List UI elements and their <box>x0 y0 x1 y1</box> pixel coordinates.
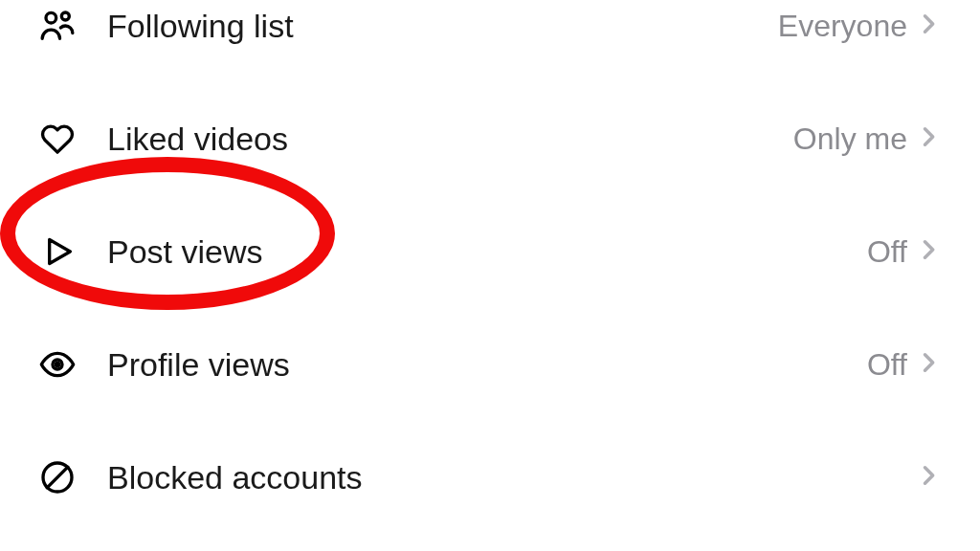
svg-point-1 <box>61 12 69 20</box>
row-following-list[interactable]: Following list Everyone <box>38 0 942 82</box>
row-value: Off <box>867 347 907 383</box>
row-label: Liked videos <box>107 121 793 158</box>
row-label: Following list <box>107 8 778 45</box>
eye-icon <box>38 345 107 384</box>
svg-point-0 <box>46 12 56 23</box>
people-icon <box>38 7 107 45</box>
settings-list: Following list Everyone Liked videos Onl… <box>0 0 980 534</box>
chevron-right-icon <box>915 11 942 41</box>
svg-line-5 <box>47 467 68 488</box>
row-liked-videos[interactable]: Liked videos Only me <box>38 82 942 195</box>
play-icon <box>38 232 107 271</box>
row-value: Only me <box>793 121 907 157</box>
chevron-right-icon <box>915 236 942 267</box>
row-label: Profile views <box>107 346 867 384</box>
row-blocked-accounts[interactable]: Blocked accounts <box>38 421 942 534</box>
block-icon <box>38 458 107 496</box>
heart-icon <box>38 120 107 158</box>
row-value: Off <box>867 234 907 270</box>
svg-point-3 <box>56 363 58 365</box>
row-label: Post views <box>107 233 867 271</box>
row-profile-views[interactable]: Profile views Off <box>38 308 942 421</box>
row-label: Blocked accounts <box>107 459 907 496</box>
chevron-right-icon <box>915 349 942 380</box>
chevron-right-icon <box>915 462 942 493</box>
row-value: Everyone <box>778 9 907 44</box>
chevron-right-icon <box>915 123 942 154</box>
row-post-views[interactable]: Post views Off <box>38 195 942 308</box>
